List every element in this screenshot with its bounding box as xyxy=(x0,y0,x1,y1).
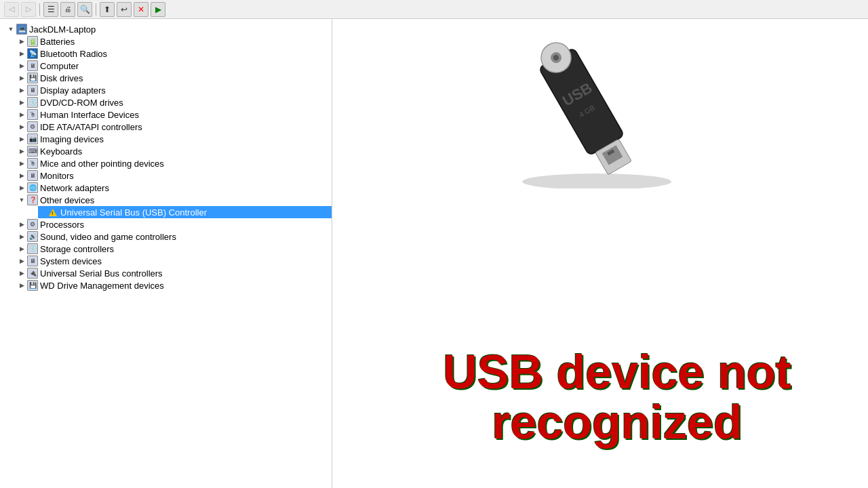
device-tree-panel: ▼ 💻 JackDLM-Laptop ▶ 🔋 Batteries ▶ 📡 Blu… xyxy=(0,19,332,488)
tree-item-disk[interactable]: ▶ 💾 Disk drives xyxy=(16,72,332,84)
batteries-toggle[interactable]: ▶ xyxy=(16,36,27,47)
tree-item-storage[interactable]: ▶ 💿 Storage controllers xyxy=(16,243,332,255)
root-toggle[interactable]: ▼ xyxy=(5,24,16,35)
other-label: Other devices xyxy=(40,195,94,205)
tree-item-imaging[interactable]: ▶ 📷 Imaging devices xyxy=(16,133,332,145)
tree-item-wd[interactable]: ▶ 💾 WD Drive Management devices xyxy=(16,279,332,291)
computer-node-icon: 🖥 xyxy=(27,60,38,71)
computer-toggle[interactable]: ▶ xyxy=(16,60,27,71)
sound-label: Sound, video and game controllers xyxy=(40,232,176,242)
keyboards-icon: ⌨ xyxy=(27,146,38,157)
other-toggle[interactable]: ▼ xyxy=(16,195,27,205)
wd-toggle[interactable]: ▶ xyxy=(16,280,27,291)
rollback-btn[interactable]: ↩ xyxy=(117,2,132,17)
usb-controllers-toggle[interactable]: ▶ xyxy=(16,268,27,279)
processors-label: Processors xyxy=(40,220,84,230)
usb-controllers-icon: 🔌 xyxy=(27,268,38,279)
back-btn[interactable]: ◁ xyxy=(4,2,19,17)
tree-item-network[interactable]: ▶ 🌐 Network adapters xyxy=(16,182,332,194)
processors-icon: ⚙ xyxy=(27,219,38,230)
right-panel: USB 4 GB USB device not recognized xyxy=(332,19,868,488)
display-toggle[interactable]: ▶ xyxy=(16,85,27,96)
tree-root[interactable]: ▼ 💻 JackDLM-Laptop xyxy=(5,23,332,35)
tree-item-batteries[interactable]: ▶ 🔋 Batteries xyxy=(16,35,332,47)
hid-toggle[interactable]: ▶ xyxy=(16,109,27,120)
tree-item-usb-controllers[interactable]: ▶ 🔌 Universal Serial Bus controllers xyxy=(16,267,332,279)
monitors-label: Monitors xyxy=(40,171,74,181)
dvd-toggle[interactable]: ▶ xyxy=(16,97,27,108)
computer-label: Computer xyxy=(40,61,79,71)
tree-item-computer[interactable]: ▶ 🖥 Computer xyxy=(16,60,332,72)
error-line2: recognized xyxy=(492,396,743,449)
tree-item-hid[interactable]: ▶ 🖱 Human Interface Devices xyxy=(16,108,332,121)
mice-label: Mice and other pointing devices xyxy=(40,159,164,169)
processors-toggle[interactable]: ▶ xyxy=(16,219,27,230)
tree-item-sound[interactable]: ▶ 🔊 Sound, video and game controllers xyxy=(16,230,332,243)
tree-item-bluetooth[interactable]: ▶ 📡 Bluetooth Radios xyxy=(16,47,332,60)
bluetooth-toggle[interactable]: ▶ xyxy=(16,48,27,59)
monitors-icon: 🖥 xyxy=(27,170,38,181)
tree-item-processors[interactable]: ▶ ⚙ Processors xyxy=(16,218,332,230)
monitors-toggle[interactable]: ▶ xyxy=(16,170,27,181)
usb-error-text: USB device not recognized xyxy=(387,348,848,447)
imaging-toggle[interactable]: ▶ xyxy=(16,134,27,144)
usb-controllers-label: Universal Serial Bus controllers xyxy=(40,268,163,279)
forward-btn[interactable]: ▷ xyxy=(21,2,36,17)
tree-item-system[interactable]: ▶ 🖥 System devices xyxy=(16,255,332,267)
mice-icon: 🖱 xyxy=(27,158,38,169)
disk-toggle[interactable]: ▶ xyxy=(16,73,27,83)
enable-btn[interactable]: ▶ xyxy=(151,2,165,17)
properties-btn[interactable]: ☰ xyxy=(43,2,58,17)
tree-item-ide[interactable]: ▶ ⚙ IDE ATA/ATAPI controllers xyxy=(16,121,332,133)
display-label: Display adapters xyxy=(40,85,106,96)
dvd-icon: 💿 xyxy=(27,97,38,108)
hid-icon: 🖱 xyxy=(27,109,38,120)
batteries-icon: 🔋 xyxy=(27,36,38,47)
system-icon: 🖥 xyxy=(27,256,38,266)
root-label: JackDLM-Laptop xyxy=(29,24,96,35)
storage-toggle[interactable]: ▶ xyxy=(16,243,27,254)
disk-icon: 💾 xyxy=(27,73,38,83)
uninstall-btn[interactable]: ✕ xyxy=(134,2,149,17)
system-toggle[interactable]: ▶ xyxy=(16,256,27,266)
batteries-label: Batteries xyxy=(40,37,75,47)
wd-label: WD Drive Management devices xyxy=(40,281,164,291)
ide-toggle[interactable]: ▶ xyxy=(16,121,27,132)
hid-label: Human Interface Devices xyxy=(40,110,139,120)
network-toggle[interactable]: ▶ xyxy=(16,182,27,193)
tree-item-usb-controller[interactable]: ! Universal Serial Bus (USB) Controller xyxy=(38,206,332,218)
wd-icon: 💾 xyxy=(27,280,38,291)
tree-item-dvd[interactable]: ▶ 💿 DVD/CD-ROM drives xyxy=(16,96,332,108)
bluetooth-label: Bluetooth Radios xyxy=(40,49,107,59)
keyboards-label: Keyboards xyxy=(40,146,82,157)
tree-item-other[interactable]: ▼ ❓ Other devices xyxy=(16,194,332,206)
network-label: Network adapters xyxy=(40,183,109,193)
ide-label: IDE ATA/ATAPI controllers xyxy=(40,122,142,132)
keyboards-toggle[interactable]: ▶ xyxy=(16,146,27,157)
sep1 xyxy=(39,3,40,16)
dvd-label: DVD/CD-ROM drives xyxy=(40,98,123,108)
svg-point-0 xyxy=(522,174,671,188)
tree-item-mice[interactable]: ▶ 🖱 Mice and other pointing devices xyxy=(16,157,332,169)
error-line1: USB device not xyxy=(443,346,791,399)
update-btn[interactable]: ⬆ xyxy=(100,2,115,17)
imaging-icon: 📷 xyxy=(27,134,38,144)
driver-btn[interactable]: 🖨 xyxy=(60,2,75,17)
system-label: System devices xyxy=(40,256,102,266)
sound-toggle[interactable]: ▶ xyxy=(16,231,27,242)
display-icon: 🖥 xyxy=(27,85,38,96)
storage-icon: 💿 xyxy=(27,243,38,254)
usb-controller-toggle xyxy=(38,207,49,218)
computer-icon: 💻 xyxy=(16,24,27,35)
disk-label: Disk drives xyxy=(40,73,83,83)
mice-toggle[interactable]: ▶ xyxy=(16,158,27,169)
imaging-label: Imaging devices xyxy=(40,134,104,144)
scan-btn[interactable]: 🔍 xyxy=(77,2,92,17)
tree-item-keyboards[interactable]: ▶ ⌨ Keyboards xyxy=(16,145,332,157)
other-icon: ❓ xyxy=(27,195,38,205)
warn-triangle-icon: ! xyxy=(49,209,57,216)
tree-item-display[interactable]: ▶ 🖥 Display adapters xyxy=(16,84,332,96)
network-icon: 🌐 xyxy=(27,182,38,193)
usb-controller-label: Universal Serial Bus (USB) Controller xyxy=(60,207,207,218)
tree-item-monitors[interactable]: ▶ 🖥 Monitors xyxy=(16,169,332,182)
